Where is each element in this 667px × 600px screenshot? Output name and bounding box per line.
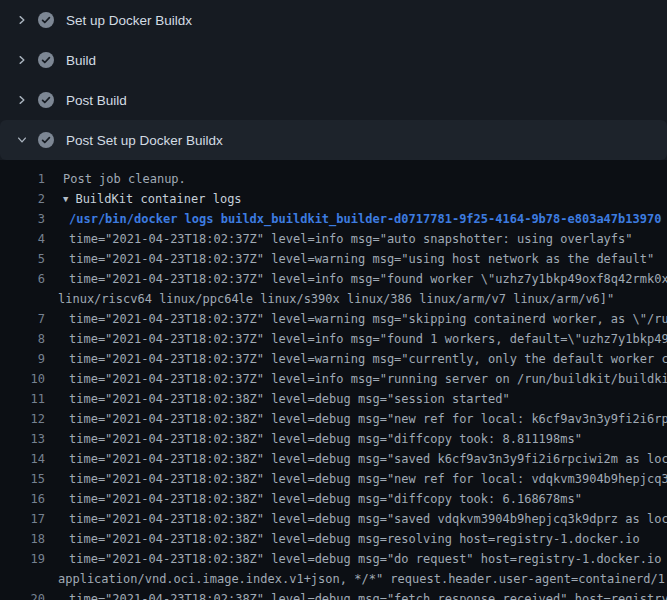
step-label: Post Set up Docker Buildx: [66, 133, 223, 148]
log-line: 18time="2021-04-23T18:02:38Z" level=debu…: [0, 529, 667, 549]
log-line-number[interactable]: 7: [0, 309, 45, 329]
log-line-number[interactable]: 1: [0, 169, 45, 189]
log-line-number[interactable]: 20: [0, 589, 45, 600]
log-line-text: time="2021-04-23T18:02:37Z" level=info m…: [45, 329, 667, 349]
log-line-number[interactable]: 13: [0, 429, 45, 449]
log-line: 20time="2021-04-23T18:02:38Z" level=debu…: [0, 589, 667, 600]
group-collapse-caret-icon[interactable]: ▼: [45, 189, 68, 209]
log-line-text: time="2021-04-23T18:02:37Z" level=warnin…: [45, 249, 654, 269]
log-line: 3/usr/bin/docker logs buildx_buildkit_bu…: [0, 209, 667, 229]
log-line: 10time="2021-04-23T18:02:37Z" level=info…: [0, 369, 667, 389]
log-line: 11time="2021-04-23T18:02:38Z" level=debu…: [0, 389, 667, 409]
step-set-up-docker-buildx[interactable]: Set up Docker Buildx: [0, 0, 667, 40]
log-line-text: time="2021-04-23T18:02:37Z" level=warnin…: [45, 309, 667, 329]
log-line-text: time="2021-04-23T18:02:37Z" level=warnin…: [45, 349, 667, 369]
log-line: 9time="2021-04-23T18:02:37Z" level=warni…: [0, 349, 667, 369]
chevron-down-icon[interactable]: [14, 132, 30, 148]
log-line-text: Post job cleanup.: [45, 169, 186, 189]
log-line: 6time="2021-04-23T18:02:37Z" level=info …: [0, 269, 667, 289]
step-label: Set up Docker Buildx: [66, 13, 192, 28]
step-success-check-icon: [38, 92, 54, 108]
log-line-text: time="2021-04-23T18:02:37Z" level=info m…: [45, 369, 667, 389]
log-line-text: application/vnd.oci.image.index.v1+json,…: [0, 569, 667, 589]
steps-list: Set up Docker Buildx Build Post Build Po…: [0, 0, 667, 160]
step-post-set-up-docker-buildx[interactable]: Post Set up Docker Buildx: [0, 120, 667, 160]
log-line[interactable]: 2▼BuildKit container logs: [0, 189, 667, 209]
step-label: Build: [66, 53, 96, 68]
log-command-text: /usr/bin/docker logs buildx_buildkit_bui…: [45, 209, 661, 229]
log-line-number[interactable]: 9: [0, 349, 45, 369]
log-line-number[interactable]: 14: [0, 449, 45, 469]
log-line-text: time="2021-04-23T18:02:37Z" level=info m…: [45, 269, 667, 289]
log-line-number[interactable]: 3: [0, 209, 45, 229]
log-line-text: time="2021-04-23T18:02:38Z" level=debug …: [45, 409, 667, 429]
log-line-number[interactable]: 5: [0, 249, 45, 269]
log-viewer: 1Post job cleanup.2▼BuildKit container l…: [0, 160, 667, 600]
log-line: 5time="2021-04-23T18:02:37Z" level=warni…: [0, 249, 667, 269]
chevron-right-icon[interactable]: [14, 92, 30, 108]
log-line-text: time="2021-04-23T18:02:37Z" level=info m…: [45, 229, 633, 249]
log-line: 8time="2021-04-23T18:02:37Z" level=info …: [0, 329, 667, 349]
log-line-number[interactable]: 17: [0, 509, 45, 529]
log-line: 19time="2021-04-23T18:02:38Z" level=debu…: [0, 549, 667, 569]
log-line: linux/riscv64 linux/ppc64le linux/s390x …: [0, 289, 667, 309]
log-line: 12time="2021-04-23T18:02:38Z" level=debu…: [0, 409, 667, 429]
log-line: 17time="2021-04-23T18:02:38Z" level=debu…: [0, 509, 667, 529]
log-line: 13time="2021-04-23T18:02:38Z" level=debu…: [0, 429, 667, 449]
log-line-text: time="2021-04-23T18:02:38Z" level=debug …: [45, 509, 667, 529]
log-line-number[interactable]: 15: [0, 469, 45, 489]
log-line-text: time="2021-04-23T18:02:38Z" level=debug …: [45, 589, 667, 600]
log-line-text: time="2021-04-23T18:02:38Z" level=debug …: [45, 549, 667, 569]
log-line-number[interactable]: 6: [0, 269, 45, 289]
step-success-check-icon: [38, 132, 54, 148]
log-line-number[interactable]: 10: [0, 369, 45, 389]
log-line-text: time="2021-04-23T18:02:38Z" level=debug …: [45, 469, 667, 489]
log-line: 15time="2021-04-23T18:02:38Z" level=debu…: [0, 469, 667, 489]
chevron-right-icon[interactable]: [14, 52, 30, 68]
log-line-number[interactable]: 18: [0, 529, 45, 549]
step-success-check-icon: [38, 12, 54, 28]
step-build[interactable]: Build: [0, 40, 667, 80]
log-line-number[interactable]: 19: [0, 549, 45, 569]
log-line: 1Post job cleanup.: [0, 169, 667, 189]
log-line-text: time="2021-04-23T18:02:38Z" level=debug …: [45, 489, 582, 509]
log-line-text: time="2021-04-23T18:02:38Z" level=debug …: [45, 449, 667, 469]
log-line: 16time="2021-04-23T18:02:38Z" level=debu…: [0, 489, 667, 509]
log-line: application/vnd.oci.image.index.v1+json,…: [0, 569, 667, 589]
log-line-number[interactable]: 4: [0, 229, 45, 249]
step-success-check-icon: [38, 52, 54, 68]
log-line: 14time="2021-04-23T18:02:38Z" level=debu…: [0, 449, 667, 469]
log-line-number[interactable]: 16: [0, 489, 45, 509]
log-line-text: BuildKit container logs: [68, 189, 241, 209]
chevron-right-icon[interactable]: [14, 12, 30, 28]
log-line-number[interactable]: 8: [0, 329, 45, 349]
log-lines: 1Post job cleanup.2▼BuildKit container l…: [0, 169, 667, 600]
log-line-number[interactable]: 2: [0, 189, 45, 209]
step-post-build[interactable]: Post Build: [0, 80, 667, 120]
log-line: 7time="2021-04-23T18:02:37Z" level=warni…: [0, 309, 667, 329]
log-line-text: time="2021-04-23T18:02:38Z" level=debug …: [45, 529, 640, 549]
log-line-text: time="2021-04-23T18:02:38Z" level=debug …: [45, 389, 510, 409]
step-label: Post Build: [66, 93, 127, 108]
log-line: 4time="2021-04-23T18:02:37Z" level=info …: [0, 229, 667, 249]
log-line-number[interactable]: 11: [0, 389, 45, 409]
log-line-text: linux/riscv64 linux/ppc64le linux/s390x …: [0, 289, 614, 309]
log-line-number[interactable]: 12: [0, 409, 45, 429]
log-line-text: time="2021-04-23T18:02:38Z" level=debug …: [45, 429, 582, 449]
